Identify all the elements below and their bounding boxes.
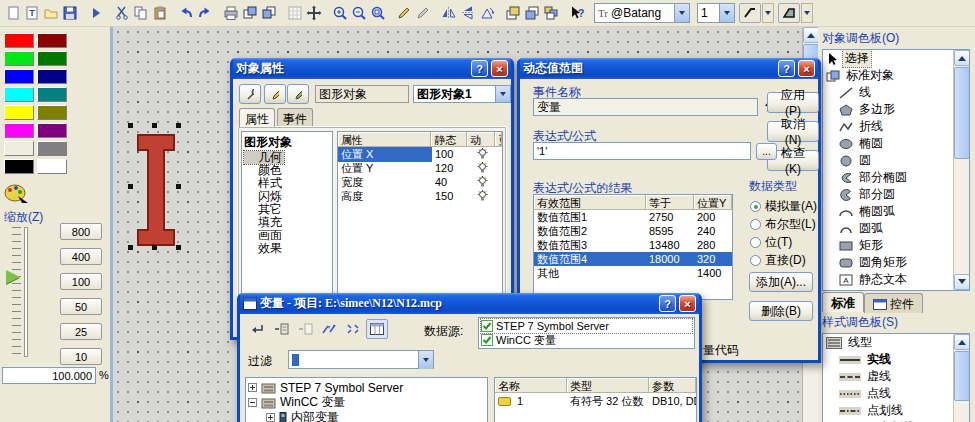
help-button[interactable]: ? bbox=[778, 60, 795, 77]
style-item-dashed[interactable]: 虚线 bbox=[823, 368, 969, 385]
zoom-preset-button[interactable]: 10 bbox=[60, 348, 102, 365]
scrollbar-thumb[interactable] bbox=[954, 351, 970, 401]
browse-expression-button[interactable]: ... bbox=[756, 143, 777, 160]
color-swatch[interactable] bbox=[37, 123, 67, 138]
style-item-dotted[interactable]: 点线 bbox=[823, 385, 969, 402]
tree-node-wincc-tags[interactable]: WinCC 变量 bbox=[248, 395, 485, 410]
tab-standard[interactable]: 标准 bbox=[822, 292, 864, 312]
selection-handle[interactable] bbox=[176, 184, 181, 189]
scroll-down-icon[interactable] bbox=[954, 274, 970, 290]
tree-node-step7[interactable]: STEP 7 Symbol Server bbox=[248, 380, 485, 395]
event-name-field[interactable]: 变量 bbox=[533, 98, 758, 116]
filter-dropdown-arrow[interactable] bbox=[418, 351, 433, 369]
close-button[interactable]: × bbox=[491, 60, 508, 77]
radio-direct[interactable]: 直接(D) bbox=[750, 252, 806, 269]
filter-combo[interactable] bbox=[288, 350, 434, 369]
zoom-window-icon[interactable] bbox=[369, 3, 387, 23]
font-family-combo[interactable]: Tr @Batang bbox=[594, 3, 690, 23]
layer-back-icon[interactable] bbox=[523, 3, 541, 23]
i-beam-shape[interactable] bbox=[137, 134, 175, 246]
object-name-dropdown-arrow[interactable] bbox=[495, 86, 510, 102]
zoom-value-box[interactable]: 100.000 bbox=[2, 367, 96, 384]
tree-item[interactable]: 样式 bbox=[244, 177, 330, 190]
open-icon[interactable] bbox=[42, 3, 60, 23]
palette-item-line[interactable]: 线 bbox=[823, 84, 969, 101]
rotate-icon[interactable] bbox=[478, 3, 496, 23]
selection-handle[interactable] bbox=[176, 245, 181, 250]
color-swatch[interactable] bbox=[4, 33, 34, 48]
color-swatch[interactable] bbox=[37, 141, 67, 156]
line-style-picker[interactable] bbox=[739, 3, 774, 23]
expand-all-icon[interactable] bbox=[294, 319, 316, 339]
palette-item-select[interactable]: 选择 bbox=[823, 50, 969, 67]
color-swatch[interactable] bbox=[37, 51, 67, 66]
property-row[interactable]: 位置 Y 120 bbox=[338, 161, 502, 175]
value-range-row[interactable]: 其他 1400 bbox=[534, 266, 732, 280]
color-swatch[interactable] bbox=[4, 159, 34, 174]
fill-style-picker[interactable] bbox=[778, 3, 813, 23]
help-icon[interactable]: ? bbox=[568, 3, 586, 23]
tree-item[interactable]: 其它 bbox=[244, 203, 330, 216]
zoom-slider-thumb[interactable] bbox=[6, 270, 20, 284]
grid-icon[interactable] bbox=[286, 3, 304, 23]
dynamic-bulb-icon[interactable] bbox=[468, 148, 496, 160]
color-swatch[interactable] bbox=[4, 87, 34, 102]
color-swatch[interactable] bbox=[4, 51, 34, 66]
scrollbar-thumb[interactable] bbox=[954, 67, 970, 159]
arrange-2-icon[interactable] bbox=[342, 319, 364, 339]
play-icon[interactable] bbox=[87, 3, 105, 23]
dynamic-range-titlebar[interactable]: 动态值范围 ? × bbox=[520, 58, 818, 79]
help-button[interactable]: ? bbox=[659, 295, 676, 312]
selection-handle[interactable] bbox=[176, 123, 181, 128]
tree-item[interactable]: 画面 bbox=[244, 229, 330, 242]
radio-analog[interactable]: 模拟量(A) bbox=[750, 198, 817, 215]
value-range-row[interactable]: 数值范围2 8595 240 bbox=[534, 224, 732, 238]
cancel-button[interactable]: 取消(N) bbox=[767, 121, 819, 142]
font-size-combo[interactable]: 1 bbox=[697, 3, 735, 23]
print-icon[interactable] bbox=[222, 3, 240, 23]
expand-plus-icon[interactable] bbox=[248, 383, 257, 392]
arrange-icon[interactable] bbox=[318, 319, 340, 339]
close-button[interactable]: × bbox=[798, 60, 815, 77]
palette-item-circle-arc[interactable]: 圆弧 bbox=[823, 220, 969, 237]
details-view-icon[interactable] bbox=[366, 319, 388, 339]
palette-item-polyline[interactable]: 折线 bbox=[823, 118, 969, 135]
tree-node-internal-tags[interactable]: 内部变量 bbox=[248, 410, 485, 422]
tab-events[interactable]: 事件 bbox=[277, 108, 313, 126]
zoom-preset-button[interactable]: 50 bbox=[60, 298, 102, 315]
add-range-button[interactable]: 添加(A)... bbox=[749, 272, 813, 292]
selection-handle[interactable] bbox=[152, 245, 157, 250]
radio-boolean[interactable]: 布尔型(L) bbox=[750, 216, 816, 233]
layer-order-icon[interactable] bbox=[542, 3, 560, 23]
zoom-out-icon[interactable] bbox=[350, 3, 368, 23]
checked-checkbox-icon[interactable] bbox=[481, 320, 493, 332]
bring-to-front-icon[interactable] bbox=[241, 3, 259, 23]
color-swatch[interactable] bbox=[37, 87, 67, 102]
tree-item[interactable]: 填充 bbox=[244, 216, 330, 229]
zoom-slider[interactable] bbox=[24, 227, 28, 357]
tree-item[interactable]: 效果 bbox=[244, 242, 330, 255]
apply-button[interactable]: 应用(P) bbox=[767, 92, 819, 113]
radio-bit[interactable]: 位(T) bbox=[750, 234, 792, 251]
palette-item-static-text[interactable]: A 静态文本 bbox=[823, 271, 969, 288]
move-icon[interactable] bbox=[305, 3, 323, 23]
selection-handle[interactable] bbox=[152, 123, 157, 128]
color-swatch[interactable] bbox=[37, 33, 67, 48]
flip-horizontal-icon[interactable] bbox=[459, 3, 477, 23]
tag-row[interactable]: 1 有符号 32 位数 DB10, DD6 bbox=[495, 393, 696, 409]
expression-field[interactable]: '1' bbox=[533, 142, 751, 160]
style-item-solid[interactable]: 实线 bbox=[823, 351, 969, 368]
pin-button[interactable] bbox=[239, 84, 261, 104]
tree-item[interactable]: 闪烁 bbox=[244, 190, 330, 203]
color-swatch[interactable] bbox=[4, 69, 34, 84]
checked-checkbox-icon[interactable] bbox=[481, 334, 493, 346]
palette-group-standard-objects[interactable]: 标准对象 bbox=[823, 67, 969, 84]
dynamic-bulb-icon[interactable] bbox=[468, 176, 496, 188]
object-properties-titlebar[interactable]: 对象属性 ? × bbox=[233, 58, 511, 79]
palette-item-pie-ellipse[interactable]: 部分椭圆 bbox=[823, 169, 969, 186]
help-button[interactable]: ? bbox=[471, 60, 488, 77]
value-range-row[interactable]: 数值范围4 18000 320 bbox=[534, 252, 732, 266]
pen-dynamic-icon[interactable] bbox=[395, 3, 413, 23]
style-group-line-type[interactable]: 线型 bbox=[823, 334, 969, 351]
font-family-dropdown-arrow[interactable] bbox=[674, 4, 689, 22]
